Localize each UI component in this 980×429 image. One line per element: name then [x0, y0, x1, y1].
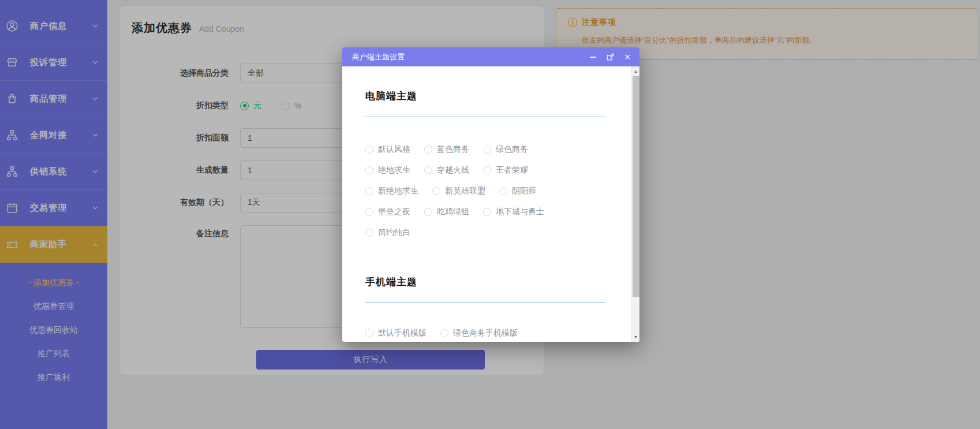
radio-unchecked-icon: [424, 208, 432, 216]
theme-option[interactable]: 吃鸡绿狙: [424, 207, 469, 217]
radio-unchecked-icon: [365, 166, 373, 174]
theme-option[interactable]: 地下城与勇士: [483, 207, 544, 217]
close-icon: ✕: [624, 53, 631, 61]
theme-option-label: 蓝色商务: [437, 144, 469, 155]
theme-option-label: 新绝地求生: [378, 186, 418, 196]
modal-header: 商户端主题设置 ✕: [342, 47, 639, 66]
pc-theme-options: 默认风格蓝色商务绿色商务 绝地求生穿越火线王者荣耀 新绝地求生新英雄联盟阴阳师 …: [365, 144, 605, 238]
theme-settings-modal: 商户端主题设置 ✕ 电脑端主题 默认风格蓝色商务绿色商务 绝地求生穿越火线王者荣…: [342, 47, 639, 342]
theme-option[interactable]: 默认手机模版: [365, 328, 427, 338]
theme-option[interactable]: 绿色商务手机模版: [440, 328, 518, 338]
theme-option[interactable]: 穿越火线: [424, 165, 469, 176]
theme-option-label: 新英雄联盟: [445, 186, 485, 196]
theme-option-label: 绿色商务: [496, 144, 528, 155]
radio-unchecked-icon: [365, 187, 373, 195]
scrollbar-up-arrow[interactable]: ▲: [632, 67, 639, 76]
scrollbar-down-arrow[interactable]: ▼: [632, 333, 639, 341]
theme-option-label: 默认手机模版: [378, 328, 427, 338]
theme-option[interactable]: 绝地求生: [365, 165, 410, 176]
radio-unchecked-icon: [365, 329, 373, 337]
theme-option-label: 王者荣耀: [496, 165, 528, 176]
theme-option[interactable]: 简约纯白: [365, 227, 410, 238]
radio-unchecked-icon: [365, 208, 373, 216]
radio-unchecked-icon: [483, 146, 491, 154]
theme-option-label: 穿越火线: [437, 165, 469, 176]
radio-unchecked-icon: [483, 208, 491, 216]
theme-option-label: 吃鸡绿狙: [437, 207, 469, 217]
theme-option[interactable]: 王者荣耀: [483, 165, 528, 176]
minimize-button[interactable]: [588, 53, 597, 62]
theme-option-label: 绿色商务手机模版: [453, 328, 518, 338]
modal-title: 商户端主题设置: [352, 52, 405, 62]
window-controls: ✕: [588, 53, 632, 62]
radio-unchecked-icon: [424, 166, 432, 174]
theme-option[interactable]: 堡垒之夜: [365, 207, 410, 217]
minimize-icon: [590, 57, 596, 58]
theme-option-label: 绝地求生: [378, 165, 410, 176]
theme-option[interactable]: 默认风格: [365, 144, 410, 155]
radio-unchecked-icon: [365, 229, 373, 237]
scrollbar-thumb[interactable]: [633, 76, 639, 297]
radio-unchecked-icon: [424, 146, 432, 154]
theme-option[interactable]: 新英雄联盟: [432, 186, 485, 196]
theme-option-label: 阴阳师: [512, 186, 536, 196]
phone-theme-heading: 手机端主题: [365, 275, 605, 289]
theme-option-label: 简约纯白: [378, 227, 410, 238]
theme-option-label: 地下城与勇士: [496, 207, 544, 217]
section-divider: [365, 117, 605, 117]
modal-body: 电脑端主题 默认风格蓝色商务绿色商务 绝地求生穿越火线王者荣耀 新绝地求生新英雄…: [342, 66, 639, 342]
pc-theme-heading: 电脑端主题: [365, 89, 605, 103]
theme-option[interactable]: 蓝色商务: [424, 144, 469, 155]
close-button[interactable]: ✕: [623, 53, 632, 62]
radio-unchecked-icon: [440, 329, 448, 337]
theme-option[interactable]: 阴阳师: [499, 186, 536, 196]
theme-option[interactable]: 绿色商务: [483, 144, 528, 155]
maximize-button[interactable]: [605, 53, 615, 62]
radio-unchecked-icon: [432, 187, 440, 195]
maximize-icon: [607, 53, 614, 61]
radio-unchecked-icon: [499, 187, 507, 195]
phone-theme-options: 默认手机模版绿色商务手机模版 简约风格手机模版: [365, 327, 605, 342]
theme-option[interactable]: 新绝地求生: [365, 186, 418, 196]
theme-option-label: 堡垒之夜: [378, 207, 410, 217]
section-divider: [365, 303, 605, 303]
radio-unchecked-icon: [365, 146, 373, 154]
modal-scrollbar[interactable]: ▲ ▼: [631, 66, 639, 342]
theme-option-label: 默认风格: [378, 144, 410, 155]
radio-unchecked-icon: [483, 166, 491, 174]
